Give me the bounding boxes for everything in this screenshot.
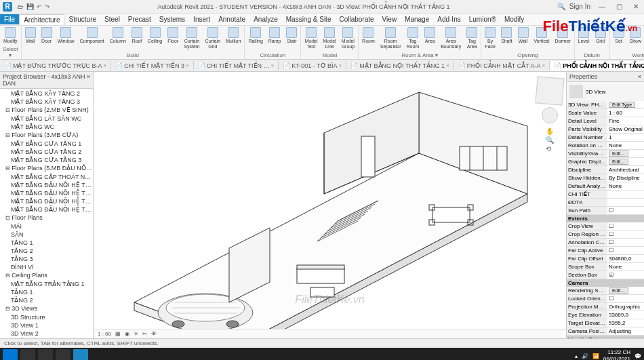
tool-ramp[interactable]: Ramp bbox=[266, 26, 283, 52]
tree-item[interactable]: MẶT BẰNG LÁT SÀN WC bbox=[0, 115, 93, 123]
tool-room[interactable]: Room bbox=[360, 26, 377, 52]
tool-model[interactable]: Model Line bbox=[321, 26, 338, 52]
tree-item[interactable]: MẶT BẰNG CỬA TẦNG 3 bbox=[0, 156, 93, 164]
tree-item[interactable]: MÁI bbox=[0, 222, 93, 231]
prop-value[interactable]: ☐ bbox=[607, 239, 644, 246]
tree-item[interactable]: MẶT BẰNG CỬA TẦNG 2 bbox=[0, 148, 93, 156]
menu-tab-insert[interactable]: Insert bbox=[189, 14, 214, 24]
tree-item[interactable]: SÂN bbox=[0, 231, 93, 239]
tool-model[interactable]: Model Group bbox=[340, 26, 357, 52]
tree-item[interactable]: MẶT BẰNG ĐẦU NỐI HỆ THỐNG THOÁ bbox=[0, 189, 93, 197]
panel-close-icon[interactable]: × bbox=[87, 73, 90, 87]
tool-area[interactable]: Area bbox=[422, 26, 437, 52]
tree-item[interactable]: TẦNG 2 bbox=[0, 296, 93, 304]
vc-icon[interactable]: ◉ bbox=[125, 331, 129, 337]
tool-floor[interactable]: Floor bbox=[165, 26, 180, 52]
prop-value[interactable]: 1 bbox=[607, 134, 644, 141]
tool-roof[interactable]: Roof bbox=[129, 26, 144, 52]
prop-value[interactable]: Fine bbox=[607, 117, 644, 125]
tool-railing[interactable]: Railing bbox=[246, 26, 264, 52]
tool-curtain[interactable]: Curtain System bbox=[182, 26, 201, 52]
tree-item[interactable]: MẶT BẰNG ĐẦU NỐI HỆ THỐNG THÔN bbox=[0, 197, 93, 205]
prop-value[interactable] bbox=[607, 199, 644, 206]
tree-item[interactable]: 3D Views bbox=[0, 304, 93, 313]
prop-value[interactable]: Adjusting bbox=[607, 327, 644, 335]
qa-open-icon[interactable]: 🗁 bbox=[18, 3, 24, 10]
maximize-icon[interactable]: ▢ bbox=[613, 3, 625, 10]
notification-icon[interactable]: 💬 bbox=[635, 353, 641, 359]
menu-tab-view[interactable]: View bbox=[378, 14, 401, 24]
menu-tab-lumion®[interactable]: Lumion® bbox=[465, 14, 500, 24]
tool-by[interactable]: By Face bbox=[483, 26, 498, 52]
tool-column[interactable]: Column bbox=[108, 26, 128, 52]
tree-item[interactable]: Floor Plans (2.MB VỆ SINH) bbox=[0, 106, 93, 115]
tree-item[interactable]: TẦNG 2 bbox=[0, 247, 93, 255]
taskbar-app[interactable] bbox=[38, 349, 53, 360]
tool-stair[interactable]: Stair bbox=[284, 26, 299, 52]
tree-item[interactable]: MẶT BẰNG ĐẦU NỐI HỆ THỐNG ĐIỆN bbox=[0, 205, 93, 214]
start-button[interactable] bbox=[3, 349, 18, 360]
tool-area[interactable]: Area Boundary bbox=[439, 26, 463, 52]
tool-wall[interactable]: Wall bbox=[23, 26, 38, 52]
tool-modify[interactable]: Modify bbox=[1, 26, 20, 46]
prop-value[interactable]: ☐ bbox=[607, 247, 644, 254]
tree-item[interactable]: Ceiling Plans bbox=[0, 271, 93, 280]
tool-room[interactable]: Room Separator bbox=[378, 26, 403, 52]
tree-item[interactable]: MẶT BẰNG CẤP THOÁT NƯỚC MÁI bbox=[0, 173, 93, 181]
vc-icon[interactable]: ✂ bbox=[142, 331, 147, 337]
menu-tab-massing & site[interactable]: Massing & Site bbox=[282, 14, 336, 24]
qa-redo-icon[interactable]: ↷ bbox=[45, 3, 50, 10]
prop-value[interactable]: 33689,0 bbox=[607, 311, 644, 319]
vc-icon[interactable]: ▦ bbox=[115, 331, 121, 337]
edit-type-button[interactable]: Edit Type bbox=[609, 102, 635, 108]
tree-item[interactable]: MẶT BẰNG WC bbox=[0, 123, 93, 131]
tray-icon[interactable]: 🔊 bbox=[582, 353, 588, 359]
search-icon[interactable]: 🔍 bbox=[557, 3, 565, 10]
tool-mullion[interactable]: Mullion bbox=[224, 26, 243, 52]
tree-item[interactable]: 3D Structure bbox=[0, 313, 93, 321]
tree-item[interactable]: MẶT BẰNG XÂY TẦNG 3 bbox=[0, 98, 93, 106]
tool-curtain[interactable]: Curtain Grid bbox=[203, 26, 223, 52]
view-tab[interactable]: 📄KT-001 - TỜ BÌA× bbox=[279, 61, 346, 71]
prop-value[interactable]: Edit… bbox=[607, 287, 644, 294]
tool-model[interactable]: Model Text bbox=[302, 26, 319, 52]
prop-value[interactable]: ☑ bbox=[607, 271, 644, 279]
tree-item[interactable]: TẦNG 1 bbox=[0, 288, 93, 296]
menu-tab-precast[interactable]: Precast bbox=[124, 14, 155, 24]
taskbar-app[interactable] bbox=[56, 349, 71, 360]
prop-value[interactable]: Show Original bbox=[607, 125, 644, 133]
tree-item[interactable]: 3D View 1 bbox=[0, 321, 93, 329]
tree-item[interactable]: TẦNG 3 bbox=[0, 255, 93, 263]
prop-value[interactable]: 1 : 60 bbox=[607, 109, 644, 117]
tool-tag[interactable]: Tag Area bbox=[464, 26, 479, 52]
project-tree[interactable]: MẶT BẰNG XÂY TẦNG 2MẶT BẰNG XÂY TẦNG 3Fl… bbox=[0, 89, 93, 338]
vc-icon[interactable]: 👁 bbox=[151, 331, 157, 337]
menu-tab-analyze[interactable]: Analyze bbox=[249, 14, 282, 24]
tree-item[interactable]: Floor Plans (3.MB CỬA) bbox=[0, 131, 93, 140]
tray-icon[interactable]: ▴ bbox=[575, 353, 578, 359]
view-tab[interactable]: 📄PHỐI CẢNH MẶT CẮT A-A× bbox=[454, 61, 550, 71]
tool-shaft[interactable]: Shaft bbox=[499, 26, 514, 52]
prop-value[interactable]: 304800,0 bbox=[607, 255, 644, 262]
prop-value[interactable]: By Discipline bbox=[607, 174, 644, 182]
prop-value[interactable]: Orthographic bbox=[607, 303, 644, 311]
tree-item[interactable]: MẶT BẰNG TRẦN TẦNG 1 bbox=[0, 280, 93, 288]
canvas-3d-view[interactable]: ✋ 🔍 ⟲ FileThietKe.vn 1 : 60 ▦ ◉ ☀ ✂ 👁 bbox=[94, 72, 566, 338]
tree-item[interactable]: MẶT BẰNG ĐẦU NỐI HỆ THỐNG CẤP N bbox=[0, 181, 93, 189]
prop-value[interactable]: ☐ bbox=[607, 207, 644, 214]
tool-window[interactable]: Window bbox=[56, 26, 77, 52]
prop-value[interactable]: Edit… bbox=[607, 158, 644, 165]
view-tab[interactable]: 📄CHI TIẾT MẶT TIỀN 3× bbox=[111, 61, 194, 71]
menu-tab-systems[interactable]: Systems bbox=[155, 14, 189, 24]
taskbar-app[interactable] bbox=[20, 349, 35, 360]
view-tab[interactable]: 📄CHI TIẾT MẶT TIỀN …× bbox=[194, 61, 279, 71]
prop-value[interactable]: ☐ bbox=[607, 295, 644, 302]
tree-item[interactable]: Floor Plans (5.MB ĐẦU NỐI ME) bbox=[0, 164, 93, 173]
taskbar-app[interactable] bbox=[73, 349, 88, 360]
nav-wheel[interactable] bbox=[542, 107, 558, 123]
view-tab[interactable]: 📄MẬT ĐỨNG TRƯỚC TRỤC B-A× bbox=[0, 61, 111, 71]
tree-item[interactable]: MẶT BẰNG CỬA TẦNG 1 bbox=[0, 140, 93, 148]
prop-value[interactable]: Architectural bbox=[607, 166, 644, 174]
vc-icon[interactable]: ☀ bbox=[134, 331, 138, 337]
tree-item[interactable]: TẦNG 1 bbox=[0, 239, 93, 247]
